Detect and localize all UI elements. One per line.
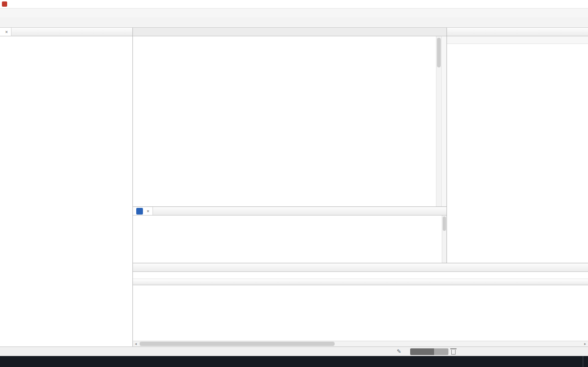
scroll-left-icon[interactable]: ◂: [133, 342, 139, 346]
status-bar: ✎: [0, 346, 588, 356]
code-lines: [133, 36, 446, 37]
outline-header: [447, 28, 588, 36]
tab-console[interactable]: ×: [133, 207, 153, 215]
show-desktop-button[interactable]: [583, 356, 585, 367]
console-title: [135, 216, 446, 223]
scroll-right-icon[interactable]: ▸: [582, 342, 588, 346]
overview-ruler[interactable]: [441, 36, 446, 206]
project-tree: [0, 36, 132, 39]
console-icon: [136, 208, 143, 215]
problems-header: [133, 263, 588, 272]
ccs-app-icon: [2, 1, 7, 7]
windows-taskbar: [0, 356, 588, 367]
outline-panel: [447, 28, 588, 263]
console-panel: ×: [133, 206, 447, 263]
run-garbage-collector-button[interactable]: [451, 350, 456, 355]
outline-toolbar: [447, 36, 588, 44]
title-bar: [0, 0, 588, 9]
scrollbar-thumb[interactable]: [443, 216, 446, 231]
console-scrollbar[interactable]: [442, 216, 446, 263]
tab-project-explorer[interactable]: ×: [0, 28, 11, 36]
heap-status[interactable]: [410, 348, 448, 355]
menu-bar: [0, 9, 588, 17]
main-toolbar: [0, 17, 588, 28]
problems-horizontal-scrollbar[interactable]: ◂ ▸: [133, 341, 588, 346]
close-icon[interactable]: ×: [5, 30, 8, 34]
editor-vertical-scrollbar[interactable]: [436, 36, 441, 206]
console-output[interactable]: [133, 216, 446, 263]
system-tray: [568, 356, 588, 367]
scrollbar-thumb[interactable]: [437, 38, 441, 67]
project-explorer-panel: ×: [0, 28, 133, 346]
problems-column-header: [133, 279, 588, 285]
editor-panel: [133, 28, 447, 206]
problems-panel: ◂ ▸: [133, 263, 588, 346]
editor-tab-bar: [133, 28, 446, 36]
workbench: × ×: [0, 28, 588, 346]
close-icon[interactable]: ×: [147, 209, 149, 214]
scrollbar-thumb[interactable]: [140, 342, 335, 346]
console-header: ×: [133, 207, 446, 216]
problems-summary: [133, 272, 588, 279]
code-editor[interactable]: [133, 36, 446, 206]
project-explorer-header: ×: [0, 28, 132, 36]
edit-mode-icon[interactable]: ✎: [397, 348, 401, 355]
outline-list: [447, 44, 588, 263]
scrollbar-track[interactable]: [139, 341, 582, 346]
